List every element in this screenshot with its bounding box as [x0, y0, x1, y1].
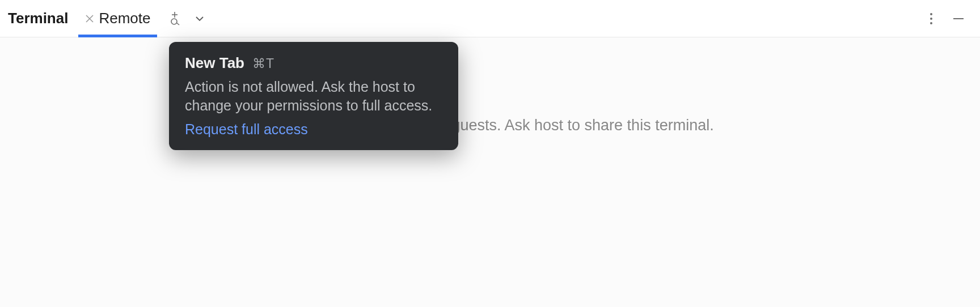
svg-point-6: [930, 13, 932, 15]
new-tab-button[interactable]: [165, 9, 184, 28]
tab-label: Remote: [99, 10, 150, 27]
minimize-icon: [952, 12, 965, 25]
chevron-down-icon: [195, 14, 205, 24]
request-full-access-link[interactable]: Request full access: [185, 121, 442, 138]
options-button[interactable]: [920, 7, 943, 30]
tabs-dropdown-button[interactable]: [190, 9, 209, 28]
close-icon[interactable]: [84, 13, 95, 24]
svg-point-8: [930, 22, 932, 24]
tooltip-message: Action is not allowed. Ask the host to c…: [185, 78, 442, 114]
hide-tool-window-button[interactable]: [947, 7, 970, 30]
tool-window-title: Terminal: [8, 10, 78, 27]
terminal-not-shared-message: Terminal is not shared with guests. Ask …: [0, 117, 980, 134]
svg-line-5: [176, 23, 179, 25]
svg-point-4: [171, 19, 177, 24]
tooltip-title: New Tab: [185, 54, 244, 72]
tooltip-shortcut: ⌘T: [252, 56, 274, 71]
terminal-content: Terminal is not shared with guests. Ask …: [0, 37, 980, 307]
kebab-icon: [930, 12, 933, 25]
terminal-toolbar: Terminal Remote: [0, 0, 980, 37]
new-tab-icon: [168, 12, 181, 25]
svg-point-7: [930, 18, 932, 20]
new-tab-tooltip: New Tab ⌘T Action is not allowed. Ask th…: [169, 42, 458, 150]
tab-remote[interactable]: Remote: [78, 0, 157, 37]
